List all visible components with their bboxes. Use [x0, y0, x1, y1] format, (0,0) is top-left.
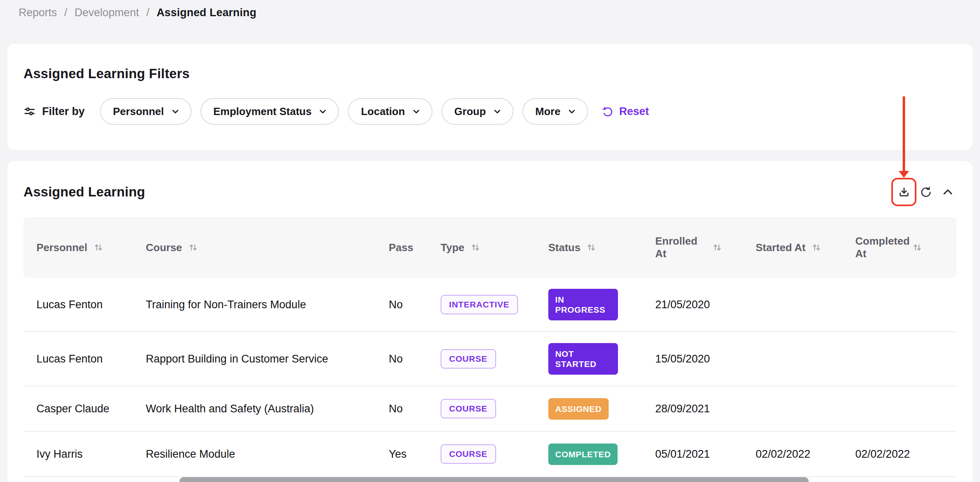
chevron-down-icon [318, 107, 328, 116]
cell-status: ASSIGNED [535, 398, 642, 420]
table-body: Lucas Fenton Training for Non-Trainers M… [23, 278, 957, 477]
cell-course: Resilience Module [133, 448, 376, 461]
column-header-completed-at[interactable]: Completed At [842, 235, 957, 260]
filter-dropdown-label: Group [454, 105, 486, 118]
filter-dropdown-label: Personnel [113, 105, 164, 118]
status-badge: COMPLETED [548, 444, 618, 465]
filter-dropdown-location[interactable]: Location [348, 98, 432, 125]
status-badge: IN PROGRESS [548, 289, 618, 320]
cell-type: INTERACTIVE [428, 295, 535, 314]
type-badge: COURSE [441, 399, 496, 418]
filter-by-label: Filter by [23, 105, 85, 118]
refresh-button[interactable] [917, 182, 935, 202]
filter-dropdown-label: More [535, 105, 560, 118]
table-row[interactable]: Casper Claude Work Health and Safety (Au… [23, 386, 957, 432]
rotate-ccw-icon [602, 106, 614, 117]
horizontal-scrollbar-thumb[interactable] [179, 477, 809, 482]
refresh-icon [920, 186, 932, 198]
chevron-down-icon [492, 107, 502, 116]
status-badge: NOT STARTED [548, 343, 618, 375]
filter-dropdown-more[interactable]: More [522, 98, 588, 125]
column-label: Course [146, 241, 182, 254]
column-label: Enrolled At [655, 235, 706, 260]
chevron-up-icon [942, 186, 954, 198]
sort-arrows-icon[interactable] [586, 242, 597, 253]
filter-by-text: Filter by [42, 105, 85, 118]
breadcrumb-item-development[interactable]: Development [75, 4, 139, 21]
cell-started-at: 02/02/2022 [743, 448, 842, 461]
cell-personnel: Ivy Harris [23, 448, 133, 461]
table-row[interactable]: Lucas Fenton Rapport Building in Custome… [23, 332, 957, 386]
breadcrumb: Reports / Development / Assigned Learnin… [19, 4, 256, 21]
column-header-started-at[interactable]: Started At [743, 241, 842, 254]
filter-dropdown-label: Location [361, 105, 405, 118]
column-label: Started At [756, 241, 805, 254]
table-row[interactable]: Lucas Fenton Training for Non-Trainers M… [23, 278, 957, 332]
table-title: Assigned Learning [23, 183, 145, 201]
filter-dropdown-label: Employment Status [213, 105, 312, 118]
column-header-personnel[interactable]: Personnel [23, 241, 133, 254]
column-header-enrolled-at[interactable]: Enrolled At [642, 235, 743, 260]
sort-arrows-icon[interactable] [811, 242, 822, 253]
filter-dropdown-employment-status[interactable]: Employment Status [200, 98, 339, 125]
cell-status: IN PROGRESS [535, 289, 642, 320]
type-badge: COURSE [441, 349, 496, 369]
sort-arrows-icon[interactable] [93, 242, 104, 253]
download-button[interactable] [895, 182, 913, 202]
table-card: Assigned Learning [7, 161, 973, 482]
assigned-learning-table: Personnel Course Pass Type Status Enroll… [23, 217, 957, 477]
cell-type: COURSE [428, 399, 535, 418]
type-badge: INTERACTIVE [441, 295, 518, 314]
cell-pass: No [376, 403, 428, 415]
breadcrumb-separator: / [146, 4, 149, 21]
column-header-status[interactable]: Status [535, 241, 642, 254]
column-label: Status [548, 241, 580, 254]
table-actions [895, 182, 957, 202]
filters-card: Assigned Learning Filters Filter by Pers… [7, 44, 973, 150]
column-label: Completed At [855, 235, 906, 260]
sort-arrows-icon[interactable] [188, 242, 198, 253]
collapse-button[interactable] [939, 182, 957, 202]
column-label: Pass [389, 241, 413, 254]
cell-personnel: Lucas Fenton [23, 353, 133, 365]
cell-personnel: Lucas Fenton [23, 299, 133, 311]
column-header-pass[interactable]: Pass [376, 241, 428, 254]
cell-pass: No [376, 299, 428, 311]
chevron-down-icon [170, 107, 180, 116]
reset-label: Reset [619, 105, 649, 118]
column-label: Type [441, 241, 464, 254]
table-card-header: Assigned Learning [7, 161, 973, 217]
column-header-type[interactable]: Type [428, 241, 535, 254]
filter-dropdown-personnel[interactable]: Personnel [100, 98, 192, 125]
sort-arrows-icon[interactable] [470, 242, 481, 253]
column-label: Personnel [36, 241, 87, 254]
chevron-down-icon [567, 107, 577, 116]
cell-enrolled-at: 05/01/2021 [642, 448, 743, 461]
column-header-course[interactable]: Course [133, 241, 376, 254]
cell-course: Rapport Building in Customer Service [133, 353, 376, 365]
filter-pills: Personnel Employment Status Location Gro… [100, 98, 588, 125]
table-header-row: Personnel Course Pass Type Status Enroll… [23, 217, 957, 278]
sort-arrows-icon[interactable] [712, 242, 722, 253]
cell-status: COMPLETED [535, 444, 642, 465]
breadcrumb-item-current: Assigned Learning [157, 4, 256, 21]
type-badge: COURSE [441, 444, 496, 464]
cell-personnel: Casper Claude [23, 403, 133, 415]
annotation-arrow [903, 96, 905, 171]
cell-enrolled-at: 28/09/2021 [642, 403, 743, 415]
sliders-icon [23, 105, 36, 117]
breadcrumb-item-reports[interactable]: Reports [19, 4, 57, 21]
sort-arrows-icon[interactable] [912, 242, 922, 253]
cell-enrolled-at: 15/05/2020 [642, 353, 743, 365]
cell-status: NOT STARTED [535, 343, 642, 375]
page: Reports / Development / Assigned Learnin… [0, 0, 980, 482]
table-row[interactable]: Ivy Harris Resilience Module Yes COURSE … [23, 432, 957, 477]
cell-course: Work Health and Safety (Australia) [133, 403, 376, 415]
filter-dropdown-group[interactable]: Group [441, 98, 513, 125]
download-tray-icon [898, 186, 910, 198]
cell-pass: Yes [376, 448, 428, 461]
chevron-down-icon [411, 107, 421, 116]
cell-type: COURSE [428, 444, 535, 464]
breadcrumb-separator: / [64, 4, 68, 21]
reset-button[interactable]: Reset [602, 105, 649, 118]
